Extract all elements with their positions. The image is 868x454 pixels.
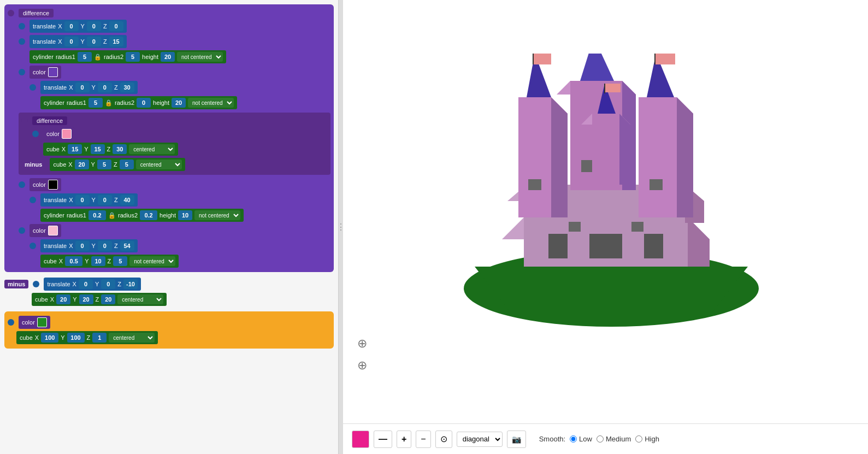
color-swatch-4[interactable] xyxy=(48,226,58,235)
z-label-5: Z xyxy=(114,243,118,249)
cy-label-1: Y xyxy=(84,146,88,152)
grass-cube-z[interactable] xyxy=(92,333,107,343)
left-flag xyxy=(534,54,551,64)
minus-translate-label: translate xyxy=(47,281,70,287)
right-flag xyxy=(656,54,675,64)
cyl3-mode[interactable]: not centered centered xyxy=(194,210,240,220)
translate3-y[interactable] xyxy=(98,82,112,92)
cyl2-r1[interactable] xyxy=(88,98,103,108)
orient-button[interactable]: ⊙ xyxy=(435,431,452,448)
viewport-panel: ⊕ ⊕ — + − ⊙ diagonal top front side 📷 Sm… xyxy=(343,0,868,454)
minus-translate-x[interactable] xyxy=(79,279,93,289)
zoom-out-button[interactable]: − xyxy=(416,431,430,448)
cube2-x[interactable] xyxy=(65,256,82,266)
mcube2-x[interactable] xyxy=(56,294,70,304)
cylinder-label-1: cylinder xyxy=(33,54,54,60)
cyl3-h[interactable] xyxy=(178,210,192,220)
smooth-control: Smooth: Low Medium High xyxy=(535,435,659,443)
translate5-y[interactable] xyxy=(98,241,112,251)
translate2-y[interactable] xyxy=(87,37,101,46)
color-block-2: color xyxy=(32,126,328,141)
cyl1-r2[interactable] xyxy=(126,52,140,62)
cube1-z[interactable] xyxy=(113,144,127,154)
translate2-x[interactable] xyxy=(64,37,79,46)
cyl1-mode[interactable]: not centered centered xyxy=(177,52,223,62)
color-label-2: color xyxy=(46,131,60,137)
zoom-in-button[interactable]: + xyxy=(397,431,411,448)
cyl3-r2[interactable] xyxy=(140,210,157,220)
cube-row-1: cube X Y Z centered not centered xyxy=(43,143,178,156)
translate5-z[interactable] xyxy=(120,241,134,251)
cyl2-h[interactable] xyxy=(172,98,186,108)
3d-viewport[interactable]: ⊕ ⊕ xyxy=(343,0,868,423)
grass-cube-y[interactable] xyxy=(67,333,85,343)
mcube-y[interactable] xyxy=(97,160,111,169)
minus-translate-z[interactable] xyxy=(123,279,138,289)
r1-label-2: radius1 xyxy=(67,99,86,106)
line-tool-button[interactable]: — xyxy=(374,431,392,448)
panel-splitter[interactable]: ⋮ xyxy=(339,0,343,454)
translate1-z[interactable] xyxy=(109,21,123,31)
minus-cube-row: minus cube X Y Z centered not centered xyxy=(21,157,328,172)
color-swatch-2[interactable] xyxy=(62,129,72,139)
castle-render xyxy=(343,0,868,423)
translate1-y[interactable] xyxy=(87,21,101,31)
translate-block-2: translate X Y Z xyxy=(19,34,330,49)
color-picker-button[interactable] xyxy=(352,431,369,448)
back-flag-pole xyxy=(604,84,605,93)
cyl1-r1[interactable] xyxy=(78,52,92,62)
smooth-medium-radio[interactable] xyxy=(597,435,604,443)
translate2-z[interactable] xyxy=(109,37,123,46)
connector-1 xyxy=(19,23,25,30)
translate4-y[interactable] xyxy=(98,195,112,205)
grass-cube-x[interactable] xyxy=(41,333,58,343)
translate-row-4: translate X Y Z xyxy=(40,193,138,207)
cube2-z[interactable] xyxy=(113,256,127,266)
cyl2-r2[interactable] xyxy=(137,98,151,108)
smooth-low-label: Low xyxy=(579,435,592,443)
minus-translate-y[interactable] xyxy=(101,279,115,289)
mcube-mode[interactable]: centered not centered xyxy=(136,160,182,169)
color-label-1: color xyxy=(33,69,46,75)
grass-cube-mode[interactable]: centered not centered xyxy=(109,333,155,343)
connector-5 xyxy=(21,117,28,124)
mcube2-mode[interactable]: centered not centered xyxy=(117,294,163,304)
translate4-x[interactable] xyxy=(75,195,90,205)
mz2-label: Z xyxy=(117,281,121,287)
screenshot-button[interactable]: 📷 xyxy=(507,431,526,448)
cyl3-r1[interactable] xyxy=(88,210,106,220)
mcube2-y[interactable] xyxy=(79,294,93,304)
translate4-z[interactable] xyxy=(120,195,134,205)
color-swatch-3[interactable] xyxy=(48,180,58,190)
minus-cube-row-2: cube X Y Z centered not centered xyxy=(32,292,334,307)
color-swatch-1[interactable] xyxy=(48,67,58,77)
mcube-x[interactable] xyxy=(75,160,89,169)
z-label-1: Z xyxy=(103,23,107,30)
smooth-high-radio[interactable] xyxy=(635,435,642,443)
translate-label-3: translate xyxy=(44,84,67,91)
cube1-y[interactable] xyxy=(91,144,105,154)
translate5-x[interactable] xyxy=(75,241,90,251)
zoom-button[interactable]: ⊕ xyxy=(353,357,371,374)
cube1-mode[interactable]: centered not centered xyxy=(129,144,175,154)
grass-color-swatch[interactable] xyxy=(37,317,47,327)
connector-3 xyxy=(19,69,25,75)
cyl1-h[interactable] xyxy=(161,52,175,62)
cyl2-mode[interactable]: not centered centered xyxy=(188,98,234,108)
cube-block-2: cube X Y Z not centered centered xyxy=(40,253,330,269)
x-label-4: X xyxy=(69,197,73,203)
smooth-low-radio[interactable] xyxy=(570,435,577,443)
cube2-mode[interactable]: not centered centered xyxy=(129,256,175,266)
mcube2-z[interactable] xyxy=(101,294,115,304)
cube2-y[interactable] xyxy=(91,256,105,266)
translate3-z[interactable] xyxy=(120,82,134,92)
translate3-x[interactable] xyxy=(75,82,90,92)
cube1-x[interactable] xyxy=(68,144,82,154)
translate1-x[interactable] xyxy=(64,21,79,31)
minus-section-row: minus translate X Y Z xyxy=(4,276,334,292)
mcube-z[interactable] xyxy=(120,160,134,169)
view-selector[interactable]: diagonal top front side xyxy=(457,432,503,447)
zoom-out-icon: − xyxy=(421,434,426,444)
pan-button[interactable]: ⊕ xyxy=(353,335,371,352)
color-block-3: color xyxy=(19,177,330,192)
